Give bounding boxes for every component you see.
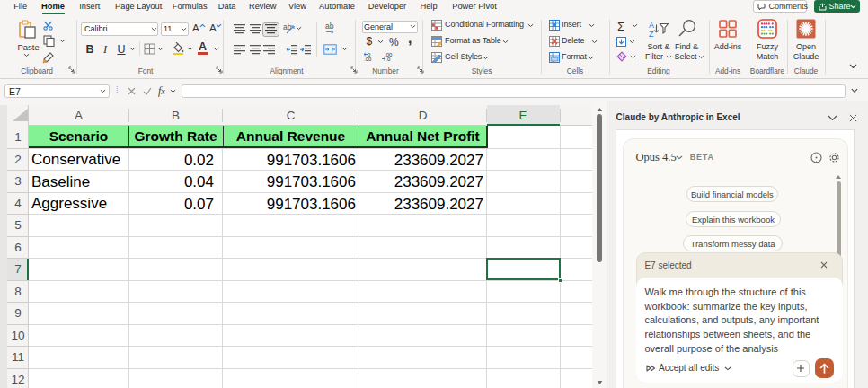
svg-text:Z: Z [649, 30, 654, 39]
svg-text:ab: ab [325, 22, 334, 31]
svg-text:A: A [649, 21, 654, 30]
svg-text:.00: .00 [364, 57, 372, 61]
